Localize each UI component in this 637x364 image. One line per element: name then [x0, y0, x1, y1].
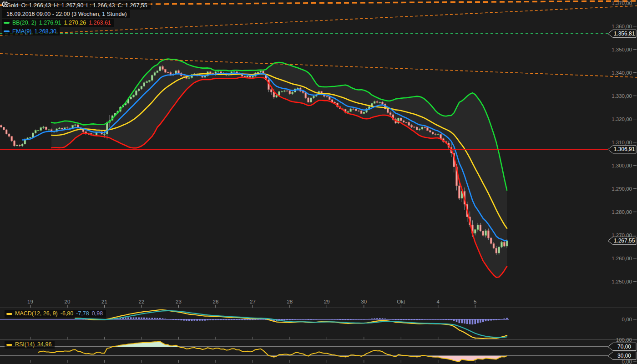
macd-histogram-bar	[220, 319, 222, 320]
ema-line	[22, 73, 507, 241]
candle-body	[19, 145, 20, 146]
macd-histogram-bar	[289, 319, 291, 320]
axis-tick-label: 1.350,00	[612, 47, 632, 52]
ohlc-row: Gold O:1.266,43 H:1.267,90 L:1.266,43 C:…	[2, 1, 151, 10]
candle-body	[35, 131, 36, 133]
macd-histogram-bar	[204, 319, 206, 321]
ema-label: EMA(9)	[12, 28, 31, 35]
time-axis-label: 4	[437, 299, 440, 304]
macd-signal-line	[75, 311, 507, 338]
time-axis-label: 27	[250, 299, 256, 304]
macd-histogram-bar	[215, 319, 217, 320]
macd-histogram-bar	[194, 319, 196, 321]
axis-tick-label: 100,00	[616, 337, 632, 343]
axis-tick-label: 1.260,00	[612, 256, 632, 261]
candle-body	[130, 97, 132, 99]
candle-body	[233, 71, 235, 72]
candle-body	[419, 129, 420, 130]
candle-body	[329, 96, 330, 100]
macd-histogram-bar	[395, 319, 397, 320]
macd-histogram-bar	[432, 319, 434, 320]
macd-value: -6,80	[61, 310, 74, 317]
candle-body	[217, 71, 219, 72]
macd-histogram-bar	[424, 319, 426, 320]
rsi-legend[interactable]: RSI(14) 34,96	[5, 341, 55, 349]
macd-histogram-bar	[191, 319, 193, 321]
macd-histogram-bar	[506, 318, 508, 319]
axis-tick-label: 1.280,00	[612, 209, 632, 215]
macd-histogram-bar	[80, 319, 81, 319]
macd-histogram-bar	[474, 319, 476, 324]
candle-body	[485, 231, 487, 235]
candle-body	[21, 144, 23, 146]
macd-histogram-bar	[400, 319, 402, 320]
time-axis-label: 23	[176, 299, 182, 304]
macd-legend[interactable]: MACD(12, 26, 9) -6,80 -7,78 0,98	[5, 310, 106, 318]
macd-histogram-bar	[146, 318, 148, 319]
axis-tick-label: 1.310,00	[612, 140, 632, 145]
axis-tick-label: 1.250,00	[612, 279, 632, 284]
candle-body	[498, 247, 500, 253]
macd-histogram-bar	[371, 318, 373, 319]
macd-histogram-bar	[466, 319, 468, 324]
macd-histogram-bar	[252, 319, 254, 320]
candle-body	[30, 137, 31, 138]
macd-histogram-bar	[207, 319, 209, 320]
candle-body	[104, 134, 106, 135]
candle-body	[506, 241, 508, 246]
bb-legend-row[interactable]: BB(20, 2) 1.276,91 1.270,26 1.263,61	[2, 19, 114, 27]
candle-body	[408, 122, 410, 125]
macd-histogram-bar	[376, 318, 378, 319]
ema-legend-row[interactable]: EMA(9) 1.268,30	[2, 27, 60, 35]
candle-body	[61, 128, 63, 129]
bb-swatch-icon	[4, 22, 10, 24]
candle-body	[143, 83, 145, 86]
candle-body	[75, 125, 76, 125]
chart-canvas[interactable]: 1.370,001.360,001.350,001.340,001.330,00…	[0, 0, 637, 364]
macd-histogram-bar	[244, 319, 246, 320]
macd-histogram-bar	[130, 317, 132, 319]
macd-histogram-bar	[347, 319, 349, 320]
candle-body	[437, 134, 439, 135]
candle-body	[440, 134, 442, 139]
macd-histogram-bar	[127, 317, 129, 319]
macd-histogram-bar	[493, 319, 495, 320]
axis-tick-label: 1.340,00	[612, 70, 632, 76]
bb-label: BB(20, 2)	[12, 19, 36, 26]
open-value: 1.266,43	[29, 2, 51, 9]
candle-body	[387, 109, 389, 113]
macd-histogram-bar	[159, 318, 161, 319]
macd-histogram-bar	[151, 318, 153, 319]
candle-body	[249, 76, 251, 77]
candle-body	[308, 98, 309, 102]
macd-histogram-bar	[133, 317, 135, 319]
candle-body	[432, 132, 434, 134]
macd-signal-value: -7,78	[76, 310, 89, 317]
macd-histogram-bar	[350, 319, 352, 320]
macd-histogram-bar	[186, 319, 187, 321]
macd-histogram-bar	[363, 319, 365, 320]
candle-body	[350, 109, 352, 111]
macd-histogram-bar	[297, 319, 299, 320]
time-axis-label: 19	[27, 299, 33, 304]
macd-histogram-bar	[257, 319, 259, 320]
macd-histogram-bar	[488, 319, 490, 321]
macd-histogram-bar	[199, 319, 201, 321]
candle-body	[474, 230, 476, 233]
candle-body	[374, 101, 375, 103]
candle-body	[353, 109, 354, 109]
candle-body	[133, 95, 135, 97]
macd-histogram-bar	[136, 317, 137, 319]
macd-histogram-bar	[498, 319, 500, 320]
candle-body	[46, 127, 47, 130]
macd-histogram-bar	[355, 319, 357, 320]
time-axis-label: 20	[65, 299, 71, 304]
axis-tick-label: 1.290,00	[612, 186, 632, 192]
rsi-level-tag-label: 70,00	[617, 344, 631, 350]
candle-body	[286, 91, 288, 91]
macd-histogram-bar	[387, 319, 389, 319]
macd-histogram-bar	[249, 319, 251, 320]
candle-body	[59, 128, 61, 129]
candle-body	[43, 127, 45, 128]
candle-body	[252, 76, 254, 78]
